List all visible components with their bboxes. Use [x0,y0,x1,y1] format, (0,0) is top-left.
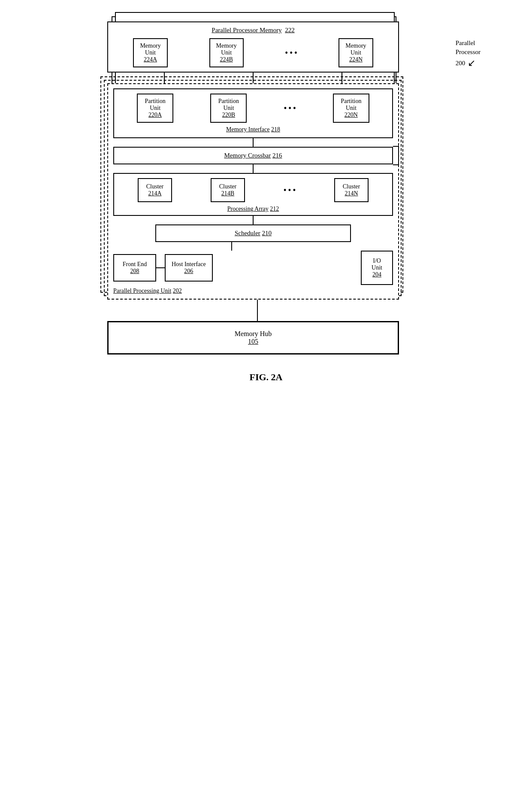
pp-arrow-icon: ↙ [468,57,475,70]
pp-text-line1: Parallel [456,39,481,48]
ppu-container: Partition Unit 220A Partition Unit 220B … [107,83,399,300]
cluster-214n: Cluster 214N [334,178,369,202]
parallel-processor-label: Parallel Processor 200 ↙ [456,39,481,70]
cluster-214a: Cluster 214A [138,178,172,202]
ppu-label: Parallel Processing Unit 202 [113,288,393,294]
ppu-to-mh-connector [107,300,399,321]
memory-unit-224a: Memory Unit 224A [133,38,167,67]
partition-units-row: Partition Unit 220A Partition Unit 220B … [121,94,386,123]
partition-unit-220a: Partition Unit 220A [137,94,173,123]
mc-bracket [393,146,399,165]
cluster-214b: Cluster 214B [211,178,245,202]
ppm-container: Parallel Processor Memory 222 Memory Uni… [107,21,399,73]
mc-to-pa-connector [113,164,393,173]
mi-to-mc-connector [113,138,393,147]
partition-unit-220b: Partition Unit 220B [210,94,247,123]
pp-text-line2: Processor [456,48,481,57]
memory-interface-container: Partition Unit 220A Partition Unit 220B … [113,88,393,138]
bottom-row: Front End 208 Host Interface 206 I/O Uni… [113,251,393,285]
figure-label: FIG. 2A [250,372,283,383]
ppm-label: Parallel Processor Memory [212,27,281,33]
ppm-title: Parallel Processor Memory 222 [115,27,392,34]
processing-array-container: Cluster 214A Cluster 214B • • • Cluster … [113,173,393,216]
memory-crossbar: Memory Crossbar 216 [113,147,393,164]
memory-unit-224n: Memory Unit 224N [339,38,373,67]
pp-number: 200 [456,59,466,68]
clusters-row: Cluster 214A Cluster 214B • • • Cluster … [121,178,386,202]
partition-unit-220n: Partition Unit 220N [333,94,369,123]
front-end-box: Front End 208 [113,254,156,282]
fe-to-hi-connector [156,267,165,268]
ppm-number: 222 [285,27,295,33]
io-unit-box: I/O Unit 204 [361,251,393,285]
diagram-page: Parallel Processor 200 ↙ Parallel Proces… [99,13,433,383]
sched-to-bottom-connector [113,242,393,251]
dots-separator: • • • [285,48,297,58]
memory-crossbar-wrapper: Memory Crossbar 216 [113,147,393,164]
dots-cluster: • • • [284,186,296,195]
pa-label: Processing Array 212 [121,206,386,212]
scheduler-box: Scheduler 210 [155,224,351,242]
memory-unit-224b: Memory Unit 224B [209,38,244,67]
pa-to-sched-connector [113,216,393,224]
host-interface-box: Host Interface 206 [165,254,213,282]
memory-hub-box: Memory Hub 105 [107,321,399,355]
mi-label: Memory Interface 218 [121,126,386,133]
dots-partition: • • • [284,104,296,113]
memory-units-row: Memory Unit 224A Memory Unit 224B • • • … [115,38,392,67]
